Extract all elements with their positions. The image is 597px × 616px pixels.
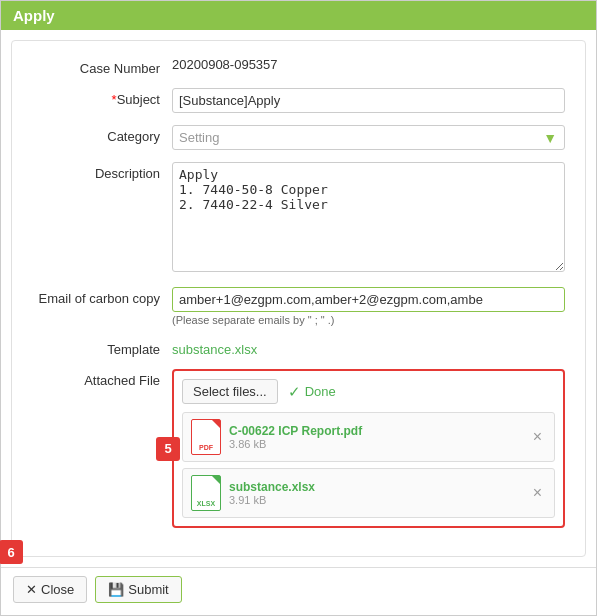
file-item-pdf: PDF C-00622 ICP Report.pdf 3.86 kB × bbox=[182, 412, 555, 462]
description-field-container: Apply 1. 7440-50-8 Copper 2. 7440-22-4 S… bbox=[172, 162, 565, 275]
remove-pdf-button[interactable]: × bbox=[529, 429, 546, 445]
description-textarea[interactable]: Apply 1. 7440-50-8 Copper 2. 7440-22-4 S… bbox=[172, 162, 565, 272]
category-label: Category bbox=[32, 125, 172, 144]
email-row: Email of carbon copy (Please separate em… bbox=[32, 287, 565, 326]
subject-row: *Subject bbox=[32, 88, 565, 113]
attached-file-label: Attached File bbox=[32, 369, 172, 388]
file-details-xlsx: substance.xlsx 3.91 kB bbox=[229, 480, 529, 506]
submit-label: Submit bbox=[128, 582, 168, 597]
email-field-container: (Please separate emails by " ; " .) bbox=[172, 287, 565, 326]
file-item-xlsx: XLSX substance.xlsx 3.91 kB × bbox=[182, 468, 555, 518]
step-badge-6: 6 bbox=[0, 540, 23, 564]
category-select[interactable]: Setting bbox=[172, 125, 565, 150]
apply-window: Apply Case Number 20200908-095357 *Subje… bbox=[0, 0, 597, 616]
category-field-container: Setting ▼ bbox=[172, 125, 565, 150]
form-container: Case Number 20200908-095357 *Subject Cat… bbox=[11, 40, 586, 557]
case-number-label: Case Number bbox=[32, 57, 172, 76]
submit-button[interactable]: 💾 Submit bbox=[95, 576, 181, 603]
footer: 6 ✕ Close 💾 Submit bbox=[1, 567, 596, 611]
attached-file-row: Attached File 5 Select files... ✓ Done P… bbox=[32, 369, 565, 528]
email-label: Email of carbon copy bbox=[32, 287, 172, 306]
title-bar: Apply bbox=[1, 1, 596, 30]
select-files-button[interactable]: Select files... bbox=[182, 379, 278, 404]
close-button[interactable]: ✕ Close bbox=[13, 576, 87, 603]
checkmark-icon: ✓ bbox=[288, 383, 301, 401]
file-name-xlsx: substance.xlsx bbox=[229, 480, 529, 494]
case-number-text: 20200908-095357 bbox=[172, 53, 278, 72]
submit-icon: 💾 bbox=[108, 582, 124, 597]
description-row: Description Apply 1. 7440-50-8 Copper 2.… bbox=[32, 162, 565, 275]
close-icon: ✕ bbox=[26, 582, 37, 597]
file-size-xlsx: 3.91 kB bbox=[229, 494, 529, 506]
template-row: Template substance.xlsx bbox=[32, 338, 565, 357]
close-label: Close bbox=[41, 582, 74, 597]
attached-file-box: Select files... ✓ Done PDF C-00622 ICP R… bbox=[172, 369, 565, 528]
email-input[interactable] bbox=[172, 287, 565, 312]
case-number-value: 20200908-095357 bbox=[172, 57, 565, 72]
template-link[interactable]: substance.xlsx bbox=[172, 338, 565, 357]
pdf-file-icon: PDF bbox=[191, 419, 221, 455]
file-size-pdf: 3.86 kB bbox=[229, 438, 529, 450]
done-text: Done bbox=[305, 384, 336, 399]
email-hint: (Please separate emails by " ; " .) bbox=[172, 314, 565, 326]
remove-xlsx-button[interactable]: × bbox=[529, 485, 546, 501]
category-select-wrapper: Setting ▼ bbox=[172, 125, 565, 150]
subject-label: *Subject bbox=[32, 88, 172, 107]
file-name-pdf: C-00622 ICP Report.pdf bbox=[229, 424, 529, 438]
attached-file-container: 5 Select files... ✓ Done PDF C-00622 ICP bbox=[172, 369, 565, 528]
xlsx-file-icon: XLSX bbox=[191, 475, 221, 511]
description-label: Description bbox=[32, 162, 172, 181]
file-details-pdf: C-00622 ICP Report.pdf 3.86 kB bbox=[229, 424, 529, 450]
subject-field-container bbox=[172, 88, 565, 113]
case-number-row: Case Number 20200908-095357 bbox=[32, 57, 565, 76]
title-text: Apply bbox=[13, 7, 55, 24]
subject-input[interactable] bbox=[172, 88, 565, 113]
template-label: Template bbox=[32, 338, 172, 357]
category-row: Category Setting ▼ bbox=[32, 125, 565, 150]
template-link-container: substance.xlsx bbox=[172, 338, 565, 357]
done-label: ✓ Done bbox=[288, 383, 336, 401]
select-files-row: Select files... ✓ Done bbox=[182, 379, 555, 404]
